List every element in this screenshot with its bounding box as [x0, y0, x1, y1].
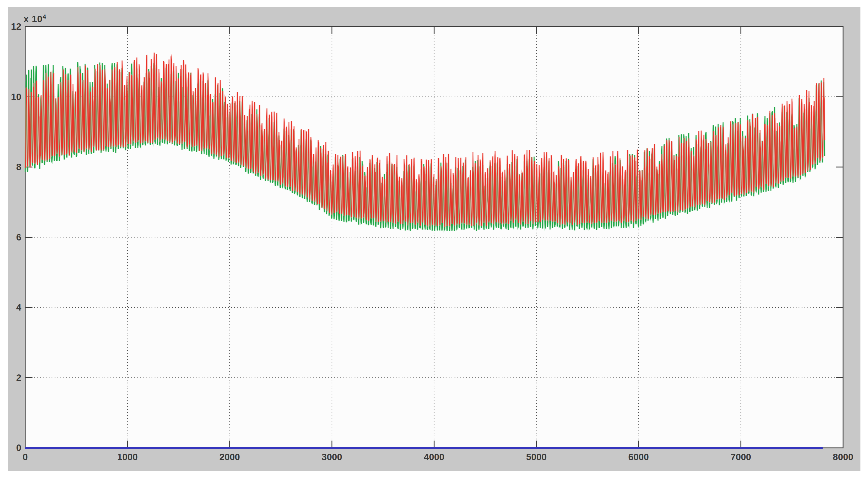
y-tick-label: 6 [16, 232, 21, 242]
y-axis-exponent-power: 4 [42, 13, 46, 20]
x-tick-label: 0 [23, 452, 28, 462]
y-tick-label: 8 [16, 162, 21, 172]
x-tick-label: 7000 [731, 452, 751, 462]
y-tick-label: 4 [16, 302, 22, 312]
x-tick-label: 2000 [219, 452, 240, 462]
y-tick-label: 12 [11, 21, 21, 32]
x-tick-label: 5000 [526, 452, 547, 462]
y-tick-label: 2 [16, 372, 21, 383]
page-root: { "figure": { "page_background": "#fffff… [0, 0, 868, 477]
y-tick-label: 0 [16, 443, 21, 453]
x-tick-label: 6000 [628, 452, 649, 462]
y-tick-label: 10 [11, 92, 21, 102]
x-tick-label: 3000 [321, 452, 342, 462]
x-tick-label: 4000 [424, 452, 444, 462]
y-axis-exponent-label: x 104 [24, 13, 46, 24]
figure-canvas: 0100020003000400050006000700080000246810… [8, 7, 861, 471]
x-tick-label: 8000 [833, 452, 853, 462]
x-tick-label: 1000 [117, 452, 137, 462]
plot-area: 0100020003000400050006000700080000246810… [8, 7, 861, 471]
y-axis-exponent-prefix: x 10 [24, 14, 42, 24]
